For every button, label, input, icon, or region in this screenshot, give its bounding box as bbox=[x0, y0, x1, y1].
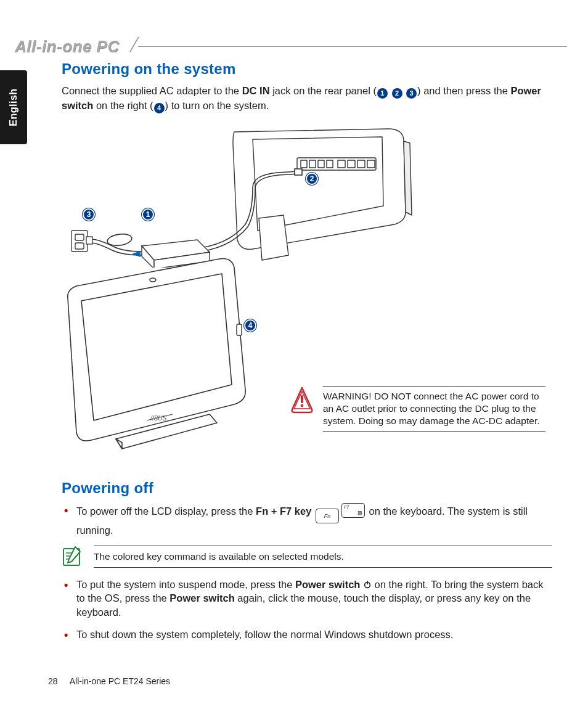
intro-paragraph: Connect the supplied AC adapter to the D… bbox=[62, 84, 552, 113]
svg-rect-7 bbox=[357, 160, 365, 168]
text-bold: Power switch bbox=[295, 579, 360, 590]
svg-rect-9 bbox=[295, 169, 302, 175]
footer-label: All-in-one PC ET24 Series bbox=[70, 676, 170, 686]
svg-rect-6 bbox=[348, 160, 355, 168]
callout-3-icon: 3 bbox=[406, 88, 417, 99]
page-number: 28 bbox=[48, 676, 58, 686]
svg-rect-1 bbox=[301, 160, 307, 168]
svg-rect-3 bbox=[318, 160, 324, 168]
warning-icon bbox=[290, 386, 314, 414]
svg-rect-5 bbox=[338, 160, 345, 168]
text: jack on the rear panel ( bbox=[270, 85, 377, 96]
diagram-area: 2 1 3 /ISUS 4 bbox=[62, 120, 552, 465]
page-title: All-in-one PC bbox=[15, 37, 128, 56]
note-text: The colored key command is available on … bbox=[94, 551, 552, 562]
text: ) to turn on the system. bbox=[165, 100, 269, 111]
svg-rect-18 bbox=[301, 395, 303, 403]
text: on the right ( bbox=[93, 100, 153, 111]
bullet-1: To power off the LCD display, press the … bbox=[62, 503, 552, 537]
heading-powering-off: Powering off bbox=[62, 480, 552, 497]
bullet-list-2: To put the system into suspend mode, pre… bbox=[62, 578, 552, 641]
text: To put the system into suspend mode, pre… bbox=[76, 579, 295, 590]
svg-rect-17 bbox=[237, 324, 242, 335]
svg-point-10 bbox=[107, 232, 133, 247]
svg-point-19 bbox=[301, 404, 304, 407]
text: To shut down the system completely, foll… bbox=[76, 629, 453, 640]
language-tab: English bbox=[0, 70, 27, 144]
diagram-rear-illustration bbox=[68, 126, 413, 268]
language-label: English bbox=[8, 88, 19, 126]
bullet-3: To shut down the system completely, foll… bbox=[62, 628, 552, 641]
note-icon bbox=[62, 546, 83, 568]
text: To power off the LCD display, press the bbox=[76, 505, 256, 517]
svg-text:/ISUS: /ISUS bbox=[150, 415, 166, 422]
text-bold: Power switch bbox=[169, 592, 234, 604]
bullet-2: To put the system into suspend mode, pre… bbox=[62, 578, 552, 619]
note-box: The colored key command is available on … bbox=[62, 546, 552, 568]
text-bold: DC IN bbox=[242, 85, 270, 96]
warning-box: WARNING! DO NOT connect the AC power cor… bbox=[290, 386, 545, 432]
diagram-callout-1: 1 bbox=[142, 208, 154, 221]
svg-rect-13 bbox=[75, 243, 84, 249]
svg-rect-2 bbox=[309, 160, 316, 168]
text: Connect the supplied AC adapter to the bbox=[62, 85, 242, 96]
keycap-f7-icon: F7⊠ bbox=[341, 503, 365, 518]
svg-rect-8 bbox=[367, 160, 375, 168]
svg-rect-14 bbox=[86, 237, 92, 244]
callout-2-icon: 2 bbox=[392, 88, 402, 99]
text-bold: Fn + F7 key bbox=[256, 505, 311, 517]
callout-4-icon: 4 bbox=[154, 103, 165, 113]
header-rule: All-in-one PC bbox=[15, 37, 567, 56]
page-header: All-in-one PC bbox=[15, 28, 567, 47]
svg-rect-4 bbox=[327, 160, 333, 168]
diagram-callout-2: 2 bbox=[306, 173, 318, 185]
diagram-callout-4: 4 bbox=[244, 319, 256, 332]
warning-text: WARNING! DO NOT connect the AC power cor… bbox=[323, 390, 545, 427]
text: ) and then press the bbox=[417, 85, 510, 96]
page-footer: 28 All-in-one PC ET24 Series bbox=[48, 676, 170, 686]
svg-rect-12 bbox=[75, 234, 84, 240]
heading-powering-on: Powering on the system bbox=[62, 60, 552, 78]
callout-1-icon: 1 bbox=[377, 88, 388, 99]
diagram-callout-3: 3 bbox=[83, 208, 95, 221]
keycap-fn-icon: Fn bbox=[316, 509, 339, 523]
diagram-front-illustration: /ISUS bbox=[49, 255, 259, 452]
bullet-list: To power off the LCD display, press the … bbox=[62, 503, 552, 537]
svg-point-15 bbox=[150, 278, 156, 282]
power-icon bbox=[363, 580, 372, 589]
